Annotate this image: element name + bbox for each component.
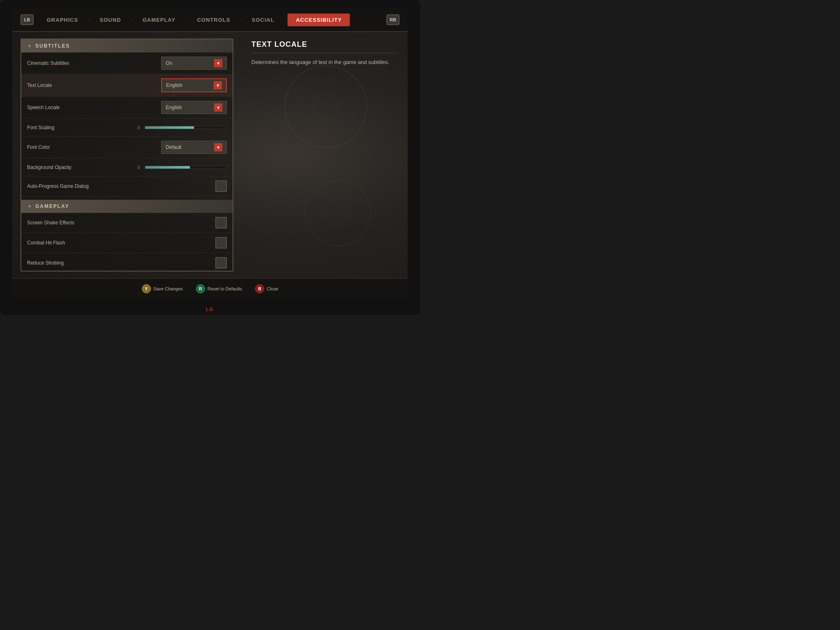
right-bumper[interactable]: RB <box>386 14 399 25</box>
settings-frame: ✦ SUBTITLES Cinematic Subtitles On ▼ Tex… <box>21 39 233 272</box>
tab-social[interactable]: SOCIAL <box>244 14 283 26</box>
subtitles-section-title: SUBTITLES <box>35 43 70 49</box>
font-scaling-value: 0 <box>137 125 142 130</box>
combat-hit-label: Combat Hit Flash <box>27 240 215 246</box>
settings-panel: ✦ SUBTITLES Cinematic Subtitles On ▼ Tex… <box>12 32 242 278</box>
separator-4: · <box>238 16 243 23</box>
screen-shake-label: Screen Shake Effects <box>27 220 215 226</box>
font-scaling-label: Font Scaling <box>27 125 137 130</box>
speech-locale-value: English <box>166 105 211 110</box>
separator-3: · <box>184 16 189 23</box>
tab-accessibility[interactable]: ACCESSIBILITY <box>288 14 350 26</box>
auto-progress-label: Auto-Progress Game Dialog <box>27 183 215 189</box>
font-color-value: Default <box>166 144 211 150</box>
bg-opacity-track <box>145 166 227 169</box>
speech-locale-label: Speech Locale <box>27 105 161 110</box>
left-bumper[interactable]: LB <box>21 14 34 25</box>
separator-2: · <box>129 16 134 23</box>
cinematic-subtitles-label: Cinematic Subtitles <box>27 60 161 66</box>
tab-gameplay[interactable]: GAMEPLAY <box>134 14 183 26</box>
text-locale-dropdown[interactable]: English ▼ <box>161 78 227 92</box>
gameplay-section-icon: ✦ <box>27 203 32 210</box>
reduce-strobing-checkbox[interactable] <box>215 257 227 269</box>
separator-5: · <box>283 16 288 23</box>
cinematic-subtitles-dropdown[interactable]: On ▼ <box>161 57 227 70</box>
screen-shake-row: Screen Shake Effects <box>21 213 233 233</box>
text-locale-arrow: ▼ <box>214 81 222 89</box>
close-label: Close <box>267 286 278 291</box>
info-description: Determines the language of text in the g… <box>251 58 398 66</box>
screen: LB GRAPHICS · SOUND · GAMEPLAY · CONTROL… <box>12 8 408 299</box>
tab-graphics[interactable]: GRAPHICS <box>39 14 87 26</box>
save-action[interactable]: Y Save Changes <box>142 284 183 293</box>
content-area: ✦ SUBTITLES Cinematic Subtitles On ▼ Tex… <box>12 32 408 278</box>
combat-hit-checkbox[interactable] <box>215 237 227 249</box>
font-color-arrow: ▼ <box>214 143 222 151</box>
nav-bar: LB GRAPHICS · SOUND · GAMEPLAY · CONTROL… <box>12 8 408 32</box>
close-action[interactable]: B Close <box>255 284 278 293</box>
screen-shake-checkbox[interactable] <box>215 217 227 228</box>
cinematic-subtitles-arrow: ▼ <box>214 59 222 67</box>
font-scaling-slider[interactable]: 0 <box>137 125 227 130</box>
save-label: Save Changes <box>153 286 183 291</box>
combat-hit-row: Combat Hit Flash <box>21 233 233 253</box>
cinematic-subtitles-value: On <box>166 60 211 66</box>
font-scaling-row: Font Scaling 0 <box>21 119 233 137</box>
speech-locale-row: Speech Locale English ▼ <box>21 97 233 119</box>
reduce-strobing-row: Reduce Strobing <box>21 253 233 272</box>
tv-bezel: LB GRAPHICS · SOUND · GAMEPLAY · CONTROL… <box>0 0 420 315</box>
text-locale-row: Text Locale English ▼ <box>21 74 233 97</box>
tab-controls[interactable]: CONTROLS <box>189 14 238 26</box>
gameplay-section-header: ✦ GAMEPLAY <box>21 200 233 213</box>
speech-locale-arrow: ▼ <box>214 103 222 112</box>
section-icon: ✦ <box>27 43 32 49</box>
tab-sound[interactable]: SOUND <box>91 14 129 26</box>
bg-opacity-row: Background Opacity 0 <box>21 158 233 176</box>
speech-locale-dropdown[interactable]: English ▼ <box>161 101 227 114</box>
y-button: Y <box>142 284 151 293</box>
reduce-strobing-label: Reduce Strobing <box>27 260 215 266</box>
bg-opacity-fill <box>145 166 190 169</box>
font-color-row: Font Color Default ▼ <box>21 137 233 158</box>
bg-opacity-slider[interactable]: 0 <box>137 165 227 170</box>
bg-opacity-label: Background Opacity <box>27 164 137 170</box>
text-locale-label: Text Locale <box>27 82 161 88</box>
font-scaling-track <box>145 126 227 129</box>
bottom-bar: Y Save Changes R Reset to Defaults B Clo… <box>12 278 408 299</box>
info-panel: TEXT LOCALE Determines the language of t… <box>242 32 408 278</box>
lg-logo: LG <box>206 307 214 312</box>
bg-opacity-value: 0 <box>137 165 142 170</box>
reset-action[interactable]: R Reset to Defaults <box>196 284 242 293</box>
text-locale-value: English <box>166 82 210 88</box>
font-scaling-fill <box>145 126 194 129</box>
auto-progress-checkbox[interactable] <box>215 180 227 192</box>
cinematic-subtitles-row: Cinematic Subtitles On ▼ <box>21 52 233 74</box>
gameplay-section-title: GAMEPLAY <box>35 203 69 209</box>
r-button: R <box>196 284 205 293</box>
separator-1: · <box>87 16 91 23</box>
font-color-label: Font Color <box>27 144 161 150</box>
subtitles-section-header: ✦ SUBTITLES <box>21 39 233 52</box>
reset-label: Reset to Defaults <box>208 286 242 291</box>
info-title: TEXT LOCALE <box>251 40 398 53</box>
auto-progress-row: Auto-Progress Game Dialog <box>21 176 233 196</box>
b-button: B <box>255 284 264 293</box>
font-color-dropdown[interactable]: Default ▼ <box>161 141 227 154</box>
